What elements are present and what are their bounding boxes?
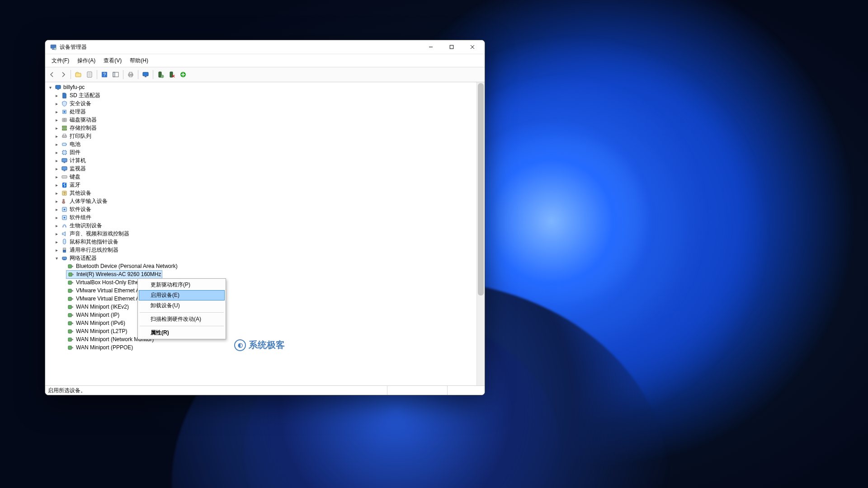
tree-item[interactable]: Bluetooth Device (Personal Area Network) (47, 262, 483, 270)
tree-item[interactable]: ▸监视器 (47, 164, 483, 173)
expander-icon[interactable]: ▸ (53, 101, 60, 106)
svg-rect-67 (68, 305, 71, 309)
expander-icon[interactable]: ▸ (53, 248, 60, 253)
folder-up-icon[interactable] (73, 70, 83, 80)
maximize-button[interactable] (441, 40, 462, 54)
svg-point-52 (63, 216, 65, 218)
tree-item[interactable]: ▸安全设备 (47, 99, 483, 108)
tree-item[interactable]: ▸磁盘驱动器 (47, 116, 483, 124)
svg-rect-55 (62, 257, 66, 259)
device-add-icon[interactable] (156, 70, 165, 80)
tree-item[interactable]: ▸处理器 (47, 108, 483, 116)
tree-item-selected[interactable]: Intel(R) Wireless-AC 9260 160MHz (47, 270, 483, 278)
svg-rect-74 (71, 331, 73, 332)
refresh-plus-icon[interactable] (178, 70, 188, 80)
print-icon[interactable] (126, 70, 136, 80)
tree-item[interactable]: WAN Miniport (L2TP) (47, 327, 483, 335)
tree-item[interactable]: WAN Miniport (IKEv2) (47, 303, 483, 311)
expander-icon[interactable]: ▸ (53, 215, 60, 220)
menu-action[interactable]: 操作(A) (74, 56, 99, 65)
expander-icon[interactable]: ▸ (53, 231, 60, 236)
context-menu-item[interactable]: 卸载设备(U) (139, 300, 225, 311)
scrollbar[interactable] (476, 82, 485, 385)
expander-icon[interactable]: ▸ (53, 150, 60, 155)
scrollbar-thumb[interactable] (478, 83, 484, 296)
svg-rect-20 (143, 72, 148, 76)
expander-icon[interactable]: ▸ (53, 134, 60, 139)
tree-item[interactable]: VirtualBox Host-Only Ethernet Adapter (47, 278, 483, 286)
expander-icon[interactable]: ▸ (53, 166, 60, 171)
tree-item[interactable]: ▸SD 主适配器 (47, 91, 483, 99)
tree-item[interactable]: ▾网络适配器 (47, 254, 483, 262)
svg-rect-78 (71, 347, 73, 348)
expander-icon[interactable]: ▸ (53, 109, 60, 114)
tree-item[interactable]: ▸生物识别设备 (47, 221, 483, 230)
tree-item[interactable]: ▸键盘 (47, 173, 483, 181)
context-menu-item[interactable]: 扫描检测硬件改动(A) (139, 314, 225, 324)
tree-item[interactable]: ▸蓝牙 (47, 181, 483, 189)
context-menu-item[interactable]: 更新驱动程序(P) (139, 280, 225, 290)
expander-icon[interactable]: ▸ (53, 183, 60, 188)
expander-icon[interactable]: ▸ (53, 158, 60, 163)
svg-rect-56 (63, 259, 66, 260)
tree-item[interactable]: ▸通用串行总线控制器 (47, 246, 483, 254)
tree-item[interactable]: ▸人体学输入设备 (47, 197, 483, 205)
device-remove-icon[interactable] (167, 70, 177, 80)
expander-icon[interactable]: ▸ (53, 223, 60, 228)
titlebar[interactable]: 设备管理器 (45, 40, 485, 54)
tree-item[interactable]: VMware Virtual Ethernet Adapter for VMne… (47, 286, 483, 295)
tree-item[interactable]: ▾billyfu-pc (47, 83, 483, 91)
tree-item[interactable]: ▸固件 (47, 148, 483, 156)
expander-icon[interactable]: ▸ (53, 174, 60, 179)
tree-item[interactable]: WAN Miniport (IPv6) (47, 319, 483, 327)
expander-icon[interactable]: ▸ (53, 93, 60, 98)
expander-icon[interactable]: ▾ (53, 256, 60, 261)
svg-rect-17 (129, 72, 132, 74)
tree-item-label: 生物识别设备 (70, 222, 102, 230)
pane-icon[interactable] (111, 70, 121, 80)
context-menu-item[interactable]: 启用设备(E) (139, 290, 225, 300)
tree-item-label: 通用串行总线控制器 (70, 246, 118, 254)
menu-view[interactable]: 查看(V) (100, 56, 125, 65)
nav-forward-icon[interactable] (58, 70, 68, 80)
tree-item[interactable]: ▸计算机 (47, 156, 483, 164)
properties-sheet-icon[interactable] (85, 70, 94, 80)
svg-rect-29 (63, 111, 65, 113)
tree-item[interactable]: VMware Virtual Ethernet Adapter for VMne… (47, 295, 483, 303)
tree-item[interactable]: ▸?其他设备 (47, 189, 483, 197)
minimize-button[interactable] (420, 40, 441, 54)
nav-back-icon[interactable] (47, 70, 57, 80)
help-icon[interactable]: ? (99, 70, 109, 80)
software-icon (61, 206, 68, 213)
expander-icon[interactable]: ▸ (53, 142, 60, 147)
menu-file[interactable]: 文件(F) (48, 56, 73, 65)
expander-icon[interactable]: ▸ (53, 117, 60, 122)
context-menu-item[interactable]: 属性(R) (139, 328, 225, 338)
nic-icon (67, 311, 74, 319)
tree-item[interactable]: ▸电池 (47, 140, 483, 148)
tree-item-label: 蓝牙 (70, 181, 80, 189)
close-button[interactable] (462, 40, 483, 54)
tree-item[interactable]: ▸声音、视频和游戏控制器 (47, 230, 483, 238)
svg-rect-24 (170, 72, 173, 77)
svg-rect-48 (62, 201, 65, 203)
tree-item[interactable]: ▸打印队列 (47, 132, 483, 140)
expander-icon[interactable]: ▸ (53, 239, 60, 244)
expander-icon[interactable]: ▸ (53, 199, 60, 204)
menu-help[interactable]: 帮助(H) (126, 56, 152, 65)
svg-rect-35 (63, 134, 66, 136)
tree-item[interactable]: ▸存储控制器 (47, 124, 483, 132)
expander-icon[interactable]: ▸ (53, 126, 60, 131)
tree-item[interactable]: ▸鼠标和其他指针设备 (47, 238, 483, 246)
tree-item-label: WAN Miniport (IP) (76, 312, 119, 318)
tree-item[interactable]: ▸软件组件 (47, 213, 483, 221)
expander-icon[interactable]: ▸ (53, 191, 60, 196)
expander-icon[interactable]: ▸ (53, 207, 60, 212)
svg-rect-42 (63, 170, 65, 171)
monitor-icon[interactable] (141, 70, 151, 80)
svg-rect-68 (71, 306, 73, 307)
tree-item[interactable]: WAN Miniport (IP) (47, 311, 483, 319)
expander-icon[interactable]: ▾ (47, 85, 53, 90)
svg-point-19 (132, 74, 132, 75)
tree-item[interactable]: ▸软件设备 (47, 205, 483, 213)
